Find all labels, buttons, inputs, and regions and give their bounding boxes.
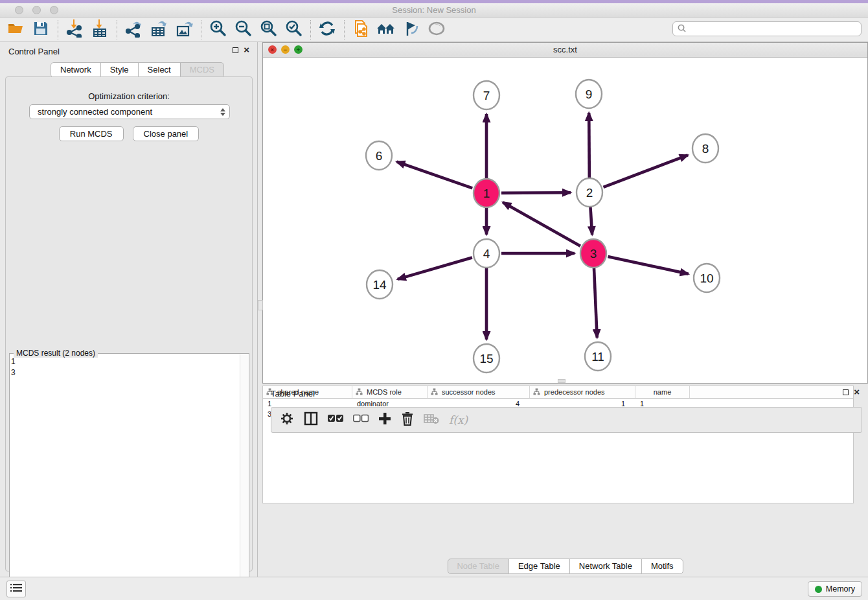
zoom-fit-button[interactable] (258, 19, 279, 40)
network-maximize-button[interactable]: + (294, 45, 303, 54)
tab-motifs[interactable]: Motifs (641, 559, 683, 574)
network-minimize-button[interactable]: − (281, 45, 290, 54)
panel-splitter-handle[interactable] (258, 300, 263, 310)
duplicate-network-button[interactable] (350, 19, 371, 40)
tab-edge-table[interactable]: Edge Table (508, 559, 570, 574)
table-panel-tabs: Node Table Edge Table Network Table Moti… (447, 559, 683, 574)
graph-edge-3-11[interactable] (594, 268, 597, 338)
table-settings-icon[interactable] (280, 411, 294, 428)
import-network-button[interactable] (64, 19, 85, 40)
tab-style[interactable]: Style (100, 62, 139, 78)
control-panel-title: Control Panel (8, 47, 60, 56)
graph-node-6[interactable]: 6 (366, 141, 392, 170)
table-panel: Table Panel × f(x) shared name MCDS role… (262, 386, 868, 577)
task-history-button[interactable] (6, 581, 26, 597)
statusbar: Memory (0, 577, 868, 600)
export-network-icon (124, 19, 143, 40)
column-header-successor-nodes[interactable]: successor nodes (428, 386, 530, 398)
hierarchy-icon (431, 388, 438, 397)
tab-network-table[interactable]: Network Table (569, 559, 642, 574)
graph-edge-4-14[interactable] (398, 257, 472, 279)
result-scrollbar[interactable] (240, 354, 248, 597)
export-table-button[interactable] (148, 19, 169, 40)
import-table-button[interactable] (89, 19, 110, 40)
graph-node-14[interactable]: 14 (367, 270, 393, 299)
function-builder-icon[interactable]: f(x) (449, 413, 468, 426)
memory-button[interactable]: Memory (808, 581, 862, 597)
refresh-layout-button[interactable] (317, 19, 337, 40)
export-network-button[interactable] (123, 19, 144, 40)
list-icon (10, 583, 22, 595)
duplicate-network-icon (352, 19, 370, 40)
network-canvas[interactable]: 7968124314101511 (263, 58, 867, 383)
save-session-button[interactable] (30, 19, 51, 40)
zoom-selected-button[interactable] (283, 19, 304, 40)
graph-edge-1-2[interactable] (501, 192, 571, 193)
column-header-predecessor-nodes[interactable]: predecessor nodes (530, 386, 635, 398)
graph-node-8[interactable]: 8 (692, 134, 718, 163)
optimization-criterion-label: Optimization criterion: (6, 91, 252, 101)
float-panel-icon[interactable] (843, 389, 849, 395)
graph-edge-2-3[interactable] (590, 207, 592, 235)
tab-select[interactable]: Select (138, 62, 181, 78)
graph-node-9[interactable]: 9 (576, 80, 602, 108)
close-panel-icon[interactable]: × (854, 389, 860, 395)
close-panel-button[interactable]: Close panel (133, 126, 200, 141)
graph-node-10[interactable]: 10 (694, 264, 720, 292)
search-input[interactable] (689, 23, 861, 35)
graph-node-7[interactable]: 7 (474, 81, 499, 110)
delete-table-icon[interactable] (424, 413, 439, 427)
export-image-button[interactable] (174, 19, 194, 40)
graph-edge-2-9[interactable] (589, 113, 589, 178)
toolbar-separator (58, 20, 58, 40)
graphics-details-button[interactable] (401, 19, 422, 40)
panel-splitter-handle[interactable] (558, 379, 565, 383)
float-panel-icon[interactable] (233, 47, 238, 53)
import-table-icon (91, 19, 109, 40)
window-close-button[interactable] (15, 6, 23, 14)
home-button[interactable] (376, 19, 396, 40)
network-view-window: scc.txt × − + 7968124314101511 (262, 42, 868, 384)
show-columns-icon[interactable] (304, 411, 318, 428)
save-floppy-icon (32, 20, 49, 40)
search-icon (678, 23, 686, 35)
network-close-button[interactable]: × (268, 45, 277, 54)
tab-network[interactable]: Network (51, 62, 101, 78)
svg-text:9: 9 (586, 87, 593, 101)
graph-node-3[interactable]: 3 (580, 239, 606, 268)
birds-eye-view-button[interactable] (426, 19, 447, 40)
graph-node-4[interactable]: 4 (474, 239, 499, 268)
select-all-columns-icon[interactable] (328, 414, 343, 426)
column-header-mcds-role[interactable]: MCDS role (352, 386, 428, 398)
table-panel-window-buttons: × (843, 389, 860, 395)
criterion-select[interactable]: strongly connected component (29, 104, 230, 119)
search-field[interactable] (672, 21, 862, 36)
close-panel-icon[interactable]: × (244, 47, 249, 53)
mcds-result-text[interactable]: 1 3 (11, 356, 16, 378)
graph-node-1[interactable]: 1 (474, 179, 499, 207)
delete-columns-icon[interactable] (401, 411, 414, 428)
graph-edge-2-8[interactable] (604, 155, 688, 187)
add-column-icon[interactable] (378, 412, 391, 428)
graph-node-15[interactable]: 15 (474, 344, 499, 373)
svg-text:14: 14 (372, 278, 387, 292)
graph-edge-3-10[interactable] (608, 257, 688, 274)
graph-edge-1-6[interactable] (396, 162, 472, 189)
run-mcds-button[interactable]: Run MCDS (59, 126, 124, 141)
zoom-in-button[interactable] (207, 19, 228, 40)
mcds-buttons-row: Run MCDS Close panel (6, 126, 252, 141)
tab-node-table[interactable]: Node Table (447, 559, 509, 574)
unselect-all-columns-icon[interactable] (353, 414, 369, 426)
graph-edge-3-1[interactable] (503, 202, 580, 246)
svg-text:1: 1 (483, 187, 490, 200)
graph-node-2[interactable]: 2 (577, 178, 602, 207)
column-header-name[interactable]: name (635, 386, 690, 398)
zoom-out-button[interactable] (233, 19, 253, 40)
window-zoom-button[interactable] (50, 6, 58, 14)
tab-mcds[interactable]: MCDS (180, 62, 224, 78)
open-session-button[interactable] (5, 19, 26, 40)
window-minimize-button[interactable] (32, 6, 41, 14)
graph-node-11[interactable]: 11 (585, 342, 611, 371)
svg-text:2: 2 (586, 186, 593, 200)
network-window-titlebar[interactable]: scc.txt (263, 43, 867, 58)
